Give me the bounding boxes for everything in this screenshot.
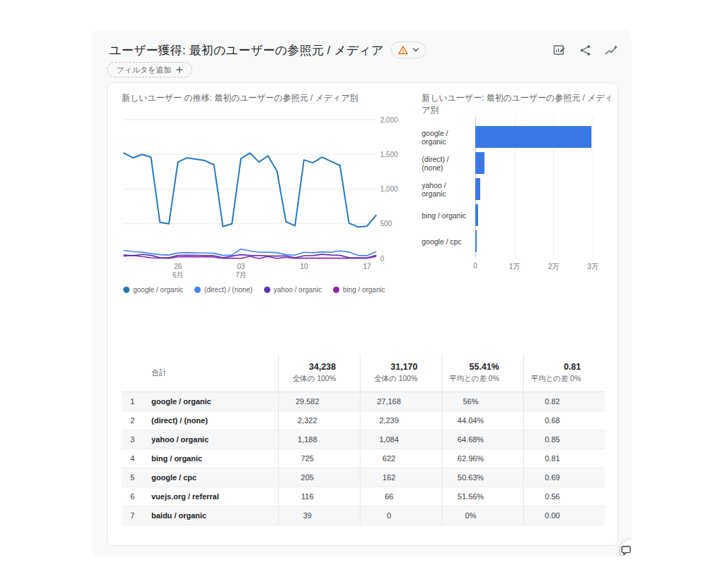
legend-dot — [194, 287, 201, 293]
row-metric-cell: 0% — [441, 506, 523, 525]
table-row[interactable]: 1google / organic29,58227,16856%0.82 — [122, 392, 605, 411]
bar-category-label: google /organic — [422, 129, 475, 146]
row-metric-cell: 0.69 — [523, 468, 605, 487]
row-metric-cell: 2,239 — [360, 411, 441, 430]
row-metric-cell: 66 — [360, 487, 441, 506]
legend-label: bing / organic — [343, 286, 385, 294]
table-row[interactable]: 3yahoo / organic1,1881,08464.68%0.85 — [122, 430, 605, 449]
totals-subtext: 平均との差 0% — [531, 374, 581, 384]
totals-subtext: 全体の 100% — [292, 374, 336, 384]
x-axis-sublabel: 6月 — [173, 271, 184, 279]
row-dimension: yahoo / organic — [143, 430, 278, 449]
row-metric-cell: 1,084 — [360, 430, 441, 449]
row-metric-cell: 1,188 — [278, 430, 360, 449]
line-chart: 05001,0001,5002,000266月037月1017 — [121, 111, 404, 284]
bar[interactable] — [475, 230, 477, 252]
x-axis-label: 17 — [363, 263, 372, 270]
row-metric-cell: 39 — [278, 506, 360, 525]
totals-value: 0.81 — [564, 362, 581, 372]
bar-x-label: 1万 — [509, 262, 520, 272]
row-metric-cell: 29,582 — [278, 392, 360, 411]
legend-item: yahoo / organic — [264, 286, 322, 294]
row-metric-cell: 116 — [278, 487, 360, 506]
row-metric-cell: 0.56 — [523, 487, 605, 506]
row-metric-cell: 56% — [441, 392, 523, 411]
totals-metric-cell: 31,170全体の 100% — [360, 354, 441, 392]
feedback-button[interactable] — [620, 539, 632, 556]
report-card: ユーザー獲得: 最初のユーザーの参照元 / メディア — [92, 30, 632, 556]
bar-area — [475, 178, 617, 200]
data-quality-dropdown[interactable] — [391, 42, 426, 58]
insights-button[interactable] — [603, 42, 619, 58]
bar-x-label: 2万 — [548, 262, 560, 272]
bar-x-label: 3万 — [587, 262, 598, 272]
table-row[interactable]: 6vuejs.org / referral1166651.56%0.56 — [122, 487, 605, 506]
report-header: ユーザー獲得: 最初のユーザーの参照元 / メディア — [109, 39, 619, 61]
bar[interactable] — [475, 152, 484, 174]
bar-row: google / cpc — [422, 228, 617, 254]
bar-chart: google /organic(direct) /(none)yahoo / o… — [422, 124, 617, 300]
legend-dot — [123, 287, 130, 293]
report-table: 合計34,238全体の 100%31,170全体の 100%55.41%平均との… — [122, 354, 605, 525]
bar-row: google /organic — [422, 124, 617, 150]
legend-label: (direct) / (none) — [204, 286, 252, 294]
line-chart-legend: google / organic(direct) / (none)yahoo /… — [123, 286, 385, 294]
row-dimension: (direct) / (none) — [143, 411, 278, 430]
share-icon — [579, 44, 591, 56]
row-rank: 2 — [122, 411, 143, 430]
bar-x-label: 0 — [473, 262, 477, 270]
table-row[interactable]: 2(direct) / (none)2,3222,23944.04%0.68 — [122, 411, 605, 430]
table-row[interactable]: 5google / cpc20516250.63%0.69 — [122, 468, 605, 487]
add-filter-chip[interactable]: フィルタを追加 — [107, 62, 192, 77]
totals-metric-cell: 55.41%平均との差 0% — [441, 354, 523, 392]
bar[interactable] — [475, 204, 478, 226]
row-metric-cell: 51.56% — [441, 487, 523, 506]
line-series — [124, 153, 376, 227]
legend-item: bing / organic — [333, 286, 385, 294]
row-metric-cell: 50.63% — [441, 468, 523, 487]
totals-value: 55.41% — [470, 362, 499, 372]
row-rank: 5 — [122, 468, 143, 487]
plus-icon — [176, 66, 183, 73]
row-metric-cell: 44.04% — [441, 411, 523, 430]
legend-item: google / organic — [123, 286, 183, 294]
totals-subtext: 平均との差 0% — [449, 374, 499, 384]
row-metric-cell: 2,322 — [278, 411, 360, 430]
legend-label: google / organic — [133, 286, 183, 294]
x-axis-sublabel: 7月 — [235, 271, 246, 279]
row-rank: 4 — [122, 449, 143, 468]
edit-chart-icon — [553, 44, 565, 56]
line-chart-title: 新しいユーザー の推移: 最初のユーザーの参照元 / メディア別 — [122, 92, 358, 104]
row-metric-cell: 0.82 — [523, 392, 605, 411]
bar[interactable] — [475, 126, 591, 148]
row-metric-cell: 205 — [278, 468, 360, 487]
totals-value: 34,238 — [309, 362, 336, 372]
totals-value: 31,170 — [391, 362, 418, 372]
bar-category-label: (direct) /(none) — [422, 155, 475, 172]
bar-area — [475, 152, 617, 174]
row-dimension: bing / organic — [143, 449, 278, 468]
bar-row: (direct) /(none) — [422, 150, 617, 176]
x-axis-label: 03 — [237, 263, 246, 270]
edit-chart-button[interactable] — [551, 42, 567, 58]
row-metric-cell: 0.85 — [523, 430, 605, 449]
row-metric-cell: 162 — [360, 468, 441, 487]
row-metric-cell: 62.96% — [441, 449, 523, 468]
page-title: ユーザー獲得: 最初のユーザーの参照元 / メディア — [109, 42, 384, 58]
line-series — [124, 249, 376, 256]
share-button[interactable] — [577, 42, 593, 58]
row-metric-cell: 27,168 — [360, 392, 441, 411]
analytics-report-page: ユーザー獲得: 最初のユーザーの参照元 / メディア — [0, 0, 721, 588]
totals-metric-cell: 34,238全体の 100% — [278, 354, 360, 392]
bar[interactable] — [475, 178, 480, 200]
report-panel: 新しいユーザー の推移: 最初のユーザーの参照元 / メディア別 05001,0… — [107, 82, 618, 546]
bar-category-label: yahoo / organic — [422, 181, 475, 198]
table-row[interactable]: 4bing / organic72562262.96%0.81 — [122, 449, 605, 468]
y-axis-label: 1,500 — [380, 151, 398, 158]
x-axis-label: 26 — [174, 263, 182, 270]
table-row[interactable]: 7baidu / organic3900%0.00 — [122, 506, 605, 525]
row-metric-cell: 0.81 — [523, 449, 605, 468]
row-rank: 7 — [122, 506, 143, 525]
legend-item: (direct) / (none) — [194, 286, 252, 294]
row-dimension: google / cpc — [143, 468, 278, 487]
